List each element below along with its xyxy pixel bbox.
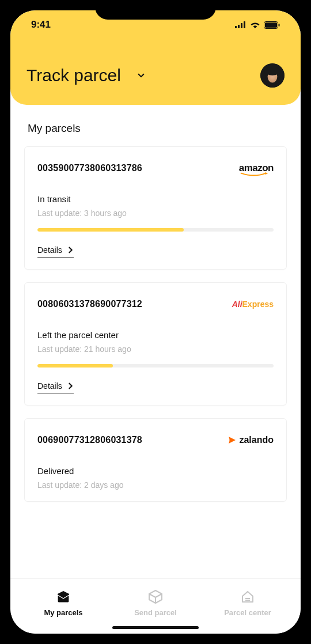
svg-point-9 bbox=[264, 67, 280, 75]
chevron-right-icon bbox=[68, 247, 74, 253]
wifi-icon bbox=[250, 21, 260, 29]
progress-bar bbox=[37, 364, 113, 368]
progress-bar bbox=[37, 228, 184, 232]
main-content: My parcels 00359007738060313786 amazon I… bbox=[10, 105, 301, 578]
svg-rect-6 bbox=[279, 24, 280, 26]
nav-my-parcels[interactable]: My parcels bbox=[17, 589, 109, 617]
chevron-down-icon bbox=[136, 70, 146, 81]
user-avatar[interactable] bbox=[260, 63, 285, 88]
section-title: My parcels bbox=[24, 122, 287, 135]
details-button[interactable]: Details bbox=[37, 381, 74, 393]
last-update: Last update: 21 hours ago bbox=[37, 344, 274, 354]
chevron-right-icon bbox=[68, 382, 74, 389]
parcel-status: Delivered bbox=[37, 466, 274, 476]
page-title: Track parcel bbox=[26, 66, 121, 85]
home-indicator[interactable] bbox=[112, 626, 199, 629]
house-icon bbox=[240, 589, 256, 605]
title-dropdown[interactable]: Track parcel bbox=[26, 66, 146, 85]
nav-parcel-center[interactable]: Parcel center bbox=[202, 589, 294, 617]
parcel-card[interactable]: 00359007738060313786 amazon In transit L… bbox=[24, 146, 287, 270]
parcel-card[interactable]: 00690077312806031378 zalando Delivered L… bbox=[24, 418, 287, 502]
amazon-logo: amazon bbox=[239, 162, 274, 175]
nav-send-parcel[interactable]: Send parcel bbox=[109, 589, 202, 617]
svg-rect-2 bbox=[241, 23, 242, 28]
svg-rect-1 bbox=[238, 25, 240, 28]
parcel-card[interactable]: 00806031378690077312 AliExpress Left the… bbox=[24, 282, 287, 406]
envelope-icon bbox=[55, 589, 71, 605]
cellular-icon bbox=[235, 21, 246, 28]
details-button[interactable]: Details bbox=[37, 245, 74, 257]
tracking-number: 00359007738060313786 bbox=[37, 163, 142, 173]
svg-rect-5 bbox=[265, 22, 277, 28]
battery-icon bbox=[264, 21, 280, 29]
parcel-status: Left the parcel center bbox=[37, 330, 274, 340]
app-header: 9:41 Track parcel bbox=[10, 10, 301, 105]
status-time: 9:41 bbox=[31, 19, 51, 31]
svg-rect-0 bbox=[235, 26, 237, 28]
tracking-number: 00806031378690077312 bbox=[37, 299, 142, 309]
svg-rect-3 bbox=[244, 21, 245, 28]
aliexpress-logo: AliExpress bbox=[232, 298, 274, 310]
last-update: Last update: 2 days ago bbox=[37, 480, 274, 490]
progress-track bbox=[37, 364, 274, 368]
progress-track bbox=[37, 228, 274, 232]
box-icon bbox=[147, 589, 164, 605]
parcel-status: In transit bbox=[37, 194, 274, 204]
tracking-number: 00690077312806031378 bbox=[37, 435, 142, 445]
zalando-logo: zalando bbox=[227, 434, 274, 446]
last-update: Last update: 3 hours ago bbox=[37, 209, 274, 218]
status-indicators bbox=[235, 21, 280, 29]
bottom-nav: My parcels Send parcel Parcel center bbox=[10, 578, 301, 634]
